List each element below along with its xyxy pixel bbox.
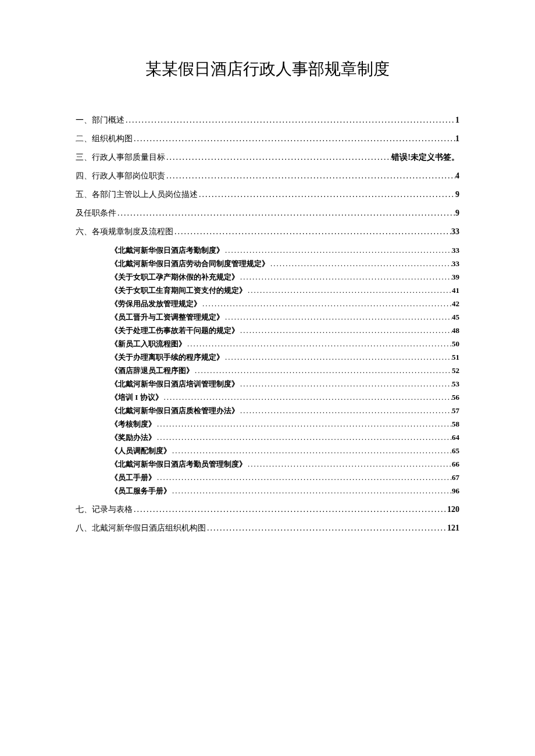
toc-entry-text: 《关于办理离职手续的程序规定》 <box>110 352 224 363</box>
toc-leader-dots <box>224 246 452 255</box>
toc-entry-page: 4 <box>455 171 459 181</box>
toc-entry: 《劳保用品发放管理规定》42 <box>110 299 459 309</box>
toc-entry: 《北戴河新华假日酒店培训管理制度》53 <box>110 379 459 389</box>
toc-entry: 《考核制度》58 <box>110 419 459 429</box>
toc-leader-dots <box>239 326 452 335</box>
toc-entry-page: 96 <box>452 486 459 496</box>
toc-entry: 《北戴河新华假日酒店劳动合同制度管理规定》33 <box>110 259 459 269</box>
toc-entry-page: 41 <box>452 286 459 295</box>
toc-entry-text: 八、北戴河新华假日酒店组织机构图 <box>76 523 206 533</box>
toc-leader-dots <box>269 259 452 268</box>
toc-entry-page: 52 <box>452 366 459 375</box>
toc-leader-dots <box>239 379 452 389</box>
toc-entry-page: 33 <box>451 227 459 237</box>
toc-leader-dots <box>156 433 452 442</box>
toc-entry-text: 六、各项规章制度及流程图 <box>76 227 173 237</box>
toc-entry: 《奖励办法》64 <box>110 432 459 443</box>
toc-entry: 及任职条件9 <box>76 208 459 218</box>
toc-entry-page: 53 <box>452 379 459 389</box>
toc-entry: 《人员调配制度》65 <box>110 446 459 456</box>
toc-entry-page: 57 <box>452 406 459 415</box>
toc-leader-dots <box>198 190 455 199</box>
toc-leader-dots <box>156 473 452 482</box>
toc-entry-page: 33 <box>452 246 459 255</box>
toc-entry-text: 二、组织机构图 <box>76 134 133 144</box>
toc-entry: 《员工服务手册》96 <box>110 486 459 496</box>
toc-entry-page: 66 <box>452 460 459 469</box>
toc-leader-dots <box>247 286 452 295</box>
toc-leader-dots <box>201 299 452 309</box>
toc-leader-dots <box>224 313 452 322</box>
toc-entry-page: 56 <box>452 393 459 402</box>
toc-leader-dots <box>194 366 452 375</box>
toc-entry: 《员工手册》67 <box>110 472 459 483</box>
toc-leader-dots <box>133 505 447 514</box>
toc-entry: 《关于女职工孕产期休假的补充规定》39 <box>110 272 459 282</box>
toc-entry-text: 《北戴河新华假日酒店培训管理制度》 <box>110 379 239 389</box>
toc-leader-dots <box>206 524 447 533</box>
toc-leader-dots <box>165 153 391 162</box>
toc-entry-text: 《关于女职工孕产期休假的补充规定》 <box>110 272 239 282</box>
toc-entry: 《关于办理离职手续的程序规定》51 <box>110 352 459 363</box>
toc-entry-page: 121 <box>447 524 459 533</box>
toc-entry-page: 1 <box>455 116 459 125</box>
toc-entry-text: 《奖励办法》 <box>110 432 156 443</box>
toc-entry: 《新员工入职流程图》50 <box>110 339 459 349</box>
toc-entry-page: 错误!未定义书签。 <box>391 152 459 163</box>
toc-leader-dots <box>133 134 455 144</box>
toc-entry-text: 七、记录与表格 <box>76 504 133 515</box>
toc-entry-text: 《员工服务手册》 <box>110 486 171 496</box>
toc-leader-dots <box>156 420 452 429</box>
toc-entry-page: 42 <box>452 299 459 309</box>
toc-entry: 一、部门概述1 <box>76 115 459 126</box>
toc-entry: 三、行政人事部质量目标错误!未定义书签。 <box>76 152 459 163</box>
toc-entry-page: 50 <box>452 339 459 349</box>
toc-entry-text: 《考核制度》 <box>110 419 156 429</box>
toc-entry: 六、各项规章制度及流程图33 <box>76 227 459 237</box>
toc-entry: 《员工晋升与工资调整管理规定》45 <box>110 312 459 323</box>
toc-entry: 《北戴河新华假日酒店考勤制度》33 <box>110 245 459 256</box>
toc-entry: 四、行政人事部岗位职责4 <box>76 171 459 181</box>
toc-entry-text: 《北戴河新华假日酒店考勤制度》 <box>110 245 224 256</box>
toc-entry-page: 1 <box>455 134 459 144</box>
toc-entry: 七、记录与表格120 <box>76 504 459 515</box>
toc-entry-text: 《北戴河新华假日酒店考勤员管理制度》 <box>110 459 247 470</box>
toc-entry-text: 《人员调配制度》 <box>110 446 171 456</box>
toc-leader-dots <box>116 209 455 218</box>
toc-leader-dots <box>171 486 452 496</box>
toc-entry: 《关于处理工伤事故若干问题的规定》48 <box>110 325 459 336</box>
toc-leader-dots <box>239 406 452 415</box>
toc-entry-text: 《员工手册》 <box>110 472 156 483</box>
toc-entry-page: 45 <box>452 313 459 322</box>
toc-entry-page: 51 <box>452 353 459 362</box>
toc-entry-text: 《酒店辞退员工程序图》 <box>110 366 194 376</box>
toc-entry: 《北戴河新华假日酒店质检管理办法》57 <box>110 406 459 416</box>
toc-entry: 《酒店辞退员工程序图》52 <box>110 366 459 376</box>
toc-leader-dots <box>224 353 452 362</box>
toc-entry-text: 《劳保用品发放管理规定》 <box>110 299 201 309</box>
toc-entry-page: 65 <box>452 446 459 456</box>
toc-entry-page: 64 <box>452 433 459 442</box>
toc-entry-text: 《培训 I 协议》 <box>110 392 163 403</box>
toc-entry: 八、北戴河新华假日酒店组织机构图121 <box>76 523 459 533</box>
toc-leader-dots <box>239 273 452 282</box>
toc-entry-page: 33 <box>452 259 459 268</box>
table-of-contents: 一、部门概述1二、组织机构图1三、行政人事部质量目标错误!未定义书签。四、行政人… <box>76 115 459 533</box>
toc-entry-text: 五、各部门主管以上人员岗位描述 <box>76 189 198 200</box>
toc-entry-text: 《新员工入职流程图》 <box>110 339 186 349</box>
toc-leader-dots <box>165 171 455 181</box>
toc-entry: 《关于女职工生育期间工资支付的规定》41 <box>110 285 459 296</box>
toc-entry: 五、各部门主管以上人员岗位描述9 <box>76 189 459 200</box>
toc-leader-dots <box>247 460 452 469</box>
toc-entry-text: 及任职条件 <box>76 208 116 218</box>
toc-entry-page: 48 <box>452 326 459 335</box>
toc-entry-page: 39 <box>452 273 459 282</box>
toc-entry-text: 四、行政人事部岗位职责 <box>76 171 165 181</box>
toc-entry-page: 9 <box>455 209 459 218</box>
toc-leader-dots <box>163 393 452 402</box>
toc-entry-page: 67 <box>452 473 459 482</box>
toc-entry-text: 《北戴河新华假日酒店质检管理办法》 <box>110 406 239 416</box>
toc-entry-text: 一、部门概述 <box>76 115 124 126</box>
toc-entry: 二、组织机构图1 <box>76 134 459 144</box>
toc-leader-dots <box>171 446 452 456</box>
